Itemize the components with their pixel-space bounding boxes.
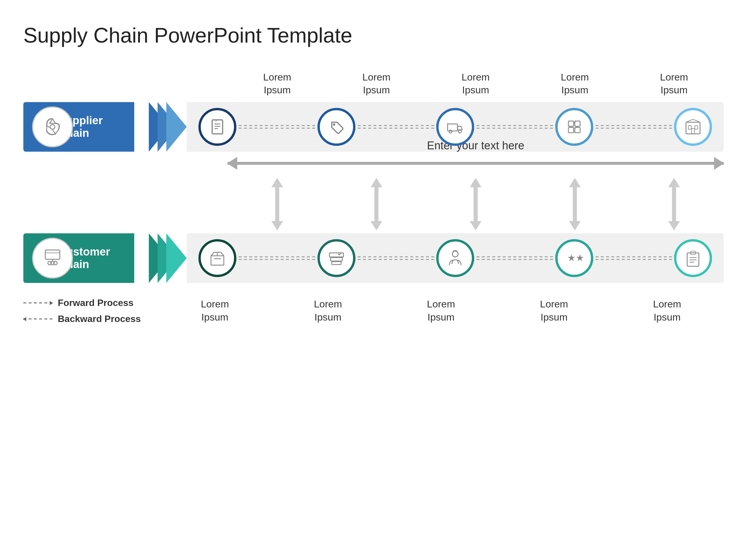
box-icon (207, 248, 227, 268)
vert-shaft-4 (573, 187, 577, 221)
supplier-chevrons (160, 102, 187, 152)
legend-forward-item: Forward Process (23, 297, 141, 308)
svg-rect-13 (568, 128, 574, 133)
forward-arrow-c2 (353, 257, 439, 257)
backward-arrow-c1 (233, 259, 320, 260)
connector-c-4-5 (590, 257, 677, 260)
svg-rect-7 (447, 124, 458, 131)
recycle-icon (41, 115, 64, 138)
customer-circle-2 (317, 239, 355, 277)
legend-backward-item: Backward Process (23, 314, 141, 324)
customer-icon-circle (32, 238, 73, 278)
customer-label-wrap: Customer Chain (23, 233, 163, 283)
vert-shaft-5 (672, 187, 676, 221)
svg-rect-18 (692, 129, 694, 134)
vert-shaft-2 (375, 187, 379, 221)
supplier-node-2 (317, 108, 355, 146)
svg-point-9 (458, 130, 461, 133)
big-arrow-label: Enter your text here (427, 139, 524, 152)
legend-forward-line (23, 302, 53, 303)
below-label-2: LoremIpsum (314, 297, 342, 323)
vert-arrow-3 (468, 178, 483, 231)
svg-rect-16 (688, 126, 691, 129)
customer-nodes: ★★★ (199, 239, 712, 277)
svg-point-8 (449, 130, 452, 133)
svg-rect-32 (332, 262, 341, 265)
supplier-circle-1 (199, 108, 236, 146)
below-label-4: LoremIpsum (540, 297, 568, 323)
vertical-arrows-row (163, 175, 724, 233)
forward-arrow-c1 (233, 257, 320, 257)
below-labels: LoremIpsum LoremIpsum LoremIpsum LoremIp… (158, 297, 724, 323)
supplier-nodes (199, 108, 712, 146)
vertical-arrows-container (228, 175, 724, 233)
chevron-3 (166, 102, 187, 152)
connector-c-2-3 (353, 257, 439, 260)
customer-node-3 (436, 239, 474, 277)
backward-arrow-s3 (471, 128, 558, 129)
backward-arrow-s2 (353, 128, 439, 129)
svg-rect-17 (695, 126, 698, 129)
chevron-teal-3 (166, 233, 187, 283)
big-arrow-row: Enter your text here (163, 155, 724, 172)
clipboard-icon (683, 248, 703, 268)
customer-node-2 (317, 239, 355, 277)
svg-rect-21 (45, 250, 60, 259)
document-icon (207, 117, 227, 137)
legend-forward-label: Forward Process (58, 297, 134, 308)
supplier-process-track (187, 102, 724, 152)
vert-arrow-down-3 (470, 221, 482, 231)
big-arrow-right (714, 157, 724, 170)
vert-arrow-down-4 (569, 221, 581, 231)
supplier-circle-4 (555, 108, 593, 146)
vert-arrow-up-1 (272, 178, 283, 187)
customer-process-track: ★★★ (187, 233, 724, 283)
svg-rect-31 (331, 258, 342, 261)
vert-arrow-up-4 (569, 178, 581, 187)
vert-arrow-down-2 (370, 221, 382, 231)
customer-node-1 (199, 239, 236, 277)
vert-arrow-up-2 (370, 178, 382, 187)
supplier-label-5: LoremIpsum (624, 71, 724, 96)
big-arrow-shaft (228, 162, 724, 165)
puzzle-icon (564, 117, 584, 137)
supplier-node-4 (555, 108, 593, 146)
middle-section: Enter your text here (23, 152, 724, 233)
customer-circle-5 (674, 239, 712, 277)
svg-rect-12 (575, 121, 580, 126)
below-label-1: LoremIpsum (201, 297, 229, 323)
building-icon (683, 117, 703, 137)
svg-text:★★★: ★★★ (567, 252, 584, 263)
customer-circle-4: ★★★ (555, 239, 593, 277)
supplier-above-labels: LoremIpsum LoremIpsum LoremIpsum LoremIp… (163, 71, 724, 102)
customer-chevrons (160, 233, 187, 283)
below-label-5: LoremIpsum (653, 297, 681, 323)
backward-arrow-c2 (353, 259, 439, 260)
supplier-circle-5 (674, 108, 712, 146)
customer-node-5 (674, 239, 712, 277)
supplier-label-2: LoremIpsum (327, 71, 426, 96)
forward-arrow-s1 (233, 125, 320, 126)
below-label-3: LoremIpsum (427, 297, 455, 323)
connector-c-3-4 (471, 257, 558, 260)
tag-icon (327, 117, 346, 137)
vert-arrow-4 (568, 178, 582, 231)
vert-arrow-down-1 (272, 221, 283, 231)
page-title: Supply Chain PowerPoint Template (23, 23, 724, 47)
supplier-circle-2 (317, 108, 355, 146)
forward-arrow-s2 (353, 125, 439, 126)
vert-shaft-3 (473, 187, 478, 221)
svg-rect-14 (575, 128, 580, 133)
customer-node-4: ★★★ (555, 239, 593, 277)
customer-chain-row: Customer Chain (23, 233, 724, 283)
backward-arrow-c4 (590, 259, 677, 260)
legend-section: Forward Process Backward Process LoremIp… (23, 297, 724, 324)
vert-arrow-5 (667, 178, 681, 231)
supplier-node-5 (674, 108, 712, 146)
customer-circle-3 (436, 239, 474, 277)
supplier-label-1: LoremIpsum (228, 71, 327, 96)
people-icon (41, 246, 64, 270)
svg-point-0 (50, 125, 55, 129)
supplier-chain-row: Supplier Chain (23, 102, 724, 152)
backward-arrow-s1 (233, 128, 320, 129)
